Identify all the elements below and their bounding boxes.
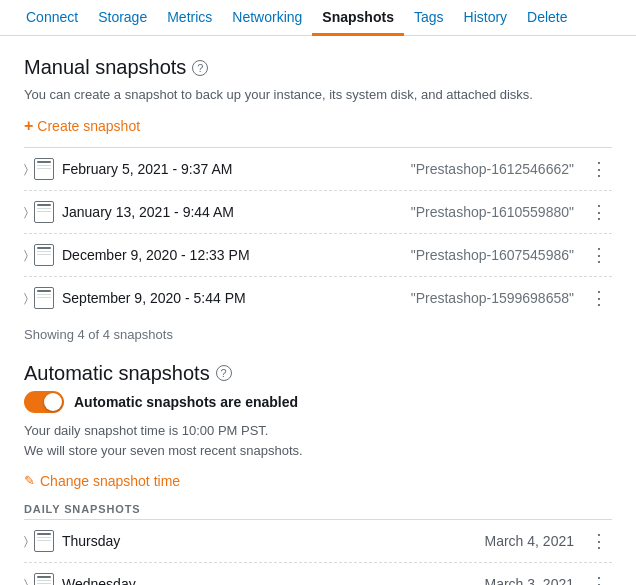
showing-count: Showing 4 of 4 snapshots: [24, 323, 612, 342]
chevron-right-icon: 〉: [24, 248, 28, 262]
chevron-right-icon: 〉: [24, 534, 28, 548]
more-options-icon[interactable]: ⋮: [586, 573, 612, 585]
daily-date: March 4, 2021: [485, 533, 575, 549]
nav-storage[interactable]: Storage: [88, 1, 157, 36]
snapshot-thumbnail: [34, 201, 54, 223]
snapshot-row[interactable]: 〉 December 9, 2020 - 12:33 PM "Prestasho…: [24, 234, 612, 277]
chevron-right-icon: 〉: [24, 162, 28, 176]
more-options-icon[interactable]: ⋮: [586, 530, 612, 552]
more-options-icon[interactable]: ⋮: [586, 158, 612, 180]
daily-thumbnail: [34, 573, 54, 585]
manual-description: You can create a snapshot to back up you…: [24, 85, 612, 105]
snapshot-row[interactable]: 〉 January 13, 2021 - 9:44 AM "Prestashop…: [24, 191, 612, 234]
manual-heading: Manual snapshots ?: [24, 56, 612, 79]
auto-snapshot-toggle[interactable]: [24, 391, 64, 413]
snapshot-name: January 13, 2021 - 9:44 AM: [62, 204, 411, 220]
snapshot-label: "Prestashop-1607545986": [411, 247, 574, 263]
daily-day: Wednesday: [62, 576, 485, 585]
more-options-icon[interactable]: ⋮: [586, 287, 612, 309]
create-snapshot-button[interactable]: + Create snapshot: [24, 117, 140, 135]
snapshot-thumbnail: [34, 287, 54, 309]
snapshot-row[interactable]: 〉 September 9, 2020 - 5:44 PM "Prestasho…: [24, 277, 612, 319]
manual-snapshots-section: Manual snapshots ? You can create a snap…: [24, 56, 612, 342]
change-snapshot-time-button[interactable]: ✎ Change snapshot time: [24, 473, 180, 489]
daily-snapshots-label: DAILY SNAPSHOTS: [24, 503, 612, 515]
edit-icon: ✎: [24, 473, 35, 488]
nav-metrics[interactable]: Metrics: [157, 1, 222, 36]
daily-thumbnail: [34, 530, 54, 552]
snapshot-label: "Prestashop-1612546662": [411, 161, 574, 177]
nav-delete[interactable]: Delete: [517, 1, 577, 36]
plus-icon: +: [24, 117, 33, 135]
nav-bar: Connect Storage Metrics Networking Snaps…: [0, 0, 636, 36]
daily-snapshot-row[interactable]: 〉 Thursday March 4, 2021 ⋮: [24, 520, 612, 563]
snapshot-label: "Prestashop-1610559880": [411, 204, 574, 220]
daily-day: Thursday: [62, 533, 485, 549]
daily-snapshot-list: 〉 Thursday March 4, 2021 ⋮ 〉 Wednesday M…: [24, 519, 612, 585]
snapshot-row[interactable]: 〉 February 5, 2021 - 9:37 AM "Prestashop…: [24, 148, 612, 191]
snapshot-label: "Prestashop-1599698658": [411, 290, 574, 306]
chevron-right-icon: 〉: [24, 205, 28, 219]
daily-date: March 3, 2021: [485, 576, 575, 585]
auto-desc: Your daily snapshot time is 10:00 PM PST…: [24, 421, 612, 463]
manual-help-icon[interactable]: ?: [192, 60, 208, 76]
chevron-right-icon: 〉: [24, 291, 28, 305]
automatic-snapshots-section: Automatic snapshots ? Automatic snapshot…: [24, 362, 612, 586]
snapshot-thumbnail: [34, 158, 54, 180]
nav-tags[interactable]: Tags: [404, 1, 454, 36]
daily-snapshot-row[interactable]: 〉 Wednesday March 3, 2021 ⋮: [24, 563, 612, 585]
snapshot-name: February 5, 2021 - 9:37 AM: [62, 161, 411, 177]
chevron-right-icon: 〉: [24, 577, 28, 585]
snapshot-name: September 9, 2020 - 5:44 PM: [62, 290, 411, 306]
snapshot-name: December 9, 2020 - 12:33 PM: [62, 247, 411, 263]
nav-history[interactable]: History: [454, 1, 518, 36]
nav-snapshots[interactable]: Snapshots: [312, 1, 404, 36]
automatic-help-icon[interactable]: ?: [216, 365, 232, 381]
nav-networking[interactable]: Networking: [222, 1, 312, 36]
automatic-heading: Automatic snapshots ?: [24, 362, 612, 385]
more-options-icon[interactable]: ⋮: [586, 201, 612, 223]
toggle-label: Automatic snapshots are enabled: [74, 394, 298, 410]
nav-connect[interactable]: Connect: [16, 1, 88, 36]
toggle-row: Automatic snapshots are enabled: [24, 391, 612, 413]
snapshot-thumbnail: [34, 244, 54, 266]
main-content: Manual snapshots ? You can create a snap…: [0, 36, 636, 585]
more-options-icon[interactable]: ⋮: [586, 244, 612, 266]
manual-snapshot-list: 〉 February 5, 2021 - 9:37 AM "Prestashop…: [24, 147, 612, 319]
